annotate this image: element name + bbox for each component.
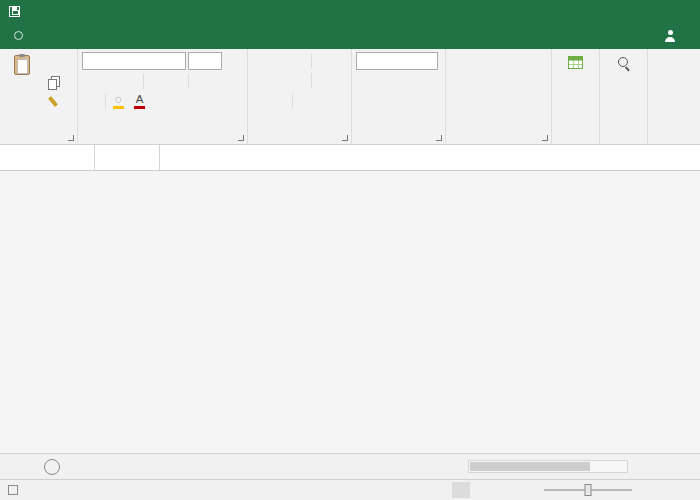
sheet-nav-left-icon[interactable]: [0, 454, 16, 479]
add-sheet-button[interactable]: [44, 459, 60, 475]
font-color-button[interactable]: A: [131, 93, 148, 110]
tell-me[interactable]: [14, 22, 28, 49]
wrap-text-button[interactable]: [316, 72, 333, 89]
font-size-select[interactable]: [188, 52, 222, 70]
grow-font-button[interactable]: [148, 73, 165, 90]
find-icon: [617, 56, 631, 70]
cancel-button[interactable]: [97, 145, 117, 170]
page-break-view-button[interactable]: [500, 482, 518, 498]
cells-icon: [568, 56, 583, 69]
clipboard-small-buttons: [44, 52, 62, 129]
window-controls: [592, 0, 700, 22]
paste-button[interactable]: [4, 52, 40, 129]
status-bar-right: [452, 482, 700, 498]
account-area: [652, 22, 700, 49]
brush-icon: [48, 96, 58, 107]
alignment-dialog-launcher-icon[interactable]: [342, 135, 348, 141]
clipboard-group: [0, 49, 78, 144]
cells-group: [552, 49, 600, 144]
cells-button[interactable]: [568, 52, 583, 129]
clipboard-dialog-launcher-icon[interactable]: [68, 135, 74, 141]
normal-view-button[interactable]: [452, 482, 470, 498]
excel-window: ◌ A: [0, 0, 700, 500]
ribbon-display-options-button[interactable]: [592, 0, 619, 22]
status-bar: [0, 479, 700, 500]
number-format-select[interactable]: [356, 52, 438, 70]
paste-icon: [14, 55, 30, 75]
comma-style-button[interactable]: [396, 73, 413, 90]
hscroll-thumb[interactable]: [470, 462, 590, 471]
number-group: [352, 49, 446, 144]
center-button[interactable]: [271, 72, 288, 89]
increase-decimal-button[interactable]: [356, 93, 373, 110]
cut-button[interactable]: [44, 56, 62, 71]
phonetic-guide-button[interactable]: [193, 73, 210, 90]
styles-group: [446, 49, 552, 144]
shrink-font-button[interactable]: [167, 73, 184, 90]
formula-bar-expand-icon[interactable]: [682, 145, 700, 170]
format-painter-button[interactable]: [44, 94, 62, 109]
font-name-select[interactable]: [82, 52, 186, 70]
styles-dialog-launcher-icon[interactable]: [542, 135, 548, 141]
font-color-icon: A: [134, 94, 145, 110]
bottom-align-button[interactable]: [290, 52, 307, 69]
copy-icon: [47, 76, 60, 89]
font-dialog-launcher-icon[interactable]: [238, 135, 244, 141]
minimize-button[interactable]: [619, 0, 646, 22]
top-align-button[interactable]: [252, 52, 269, 69]
percent-style-button[interactable]: [377, 73, 394, 90]
merge-center-button[interactable]: [297, 92, 314, 109]
sheet-grid: [0, 171, 700, 453]
borders-button[interactable]: [82, 93, 99, 110]
formula-buttons: [95, 145, 160, 170]
accounting-format-button[interactable]: [356, 73, 373, 90]
formula-bar: [0, 145, 700, 171]
title-bar: [0, 0, 700, 22]
orientation-button[interactable]: [316, 52, 333, 69]
sheet-nav-right-icon[interactable]: [16, 454, 32, 479]
save-icon[interactable]: [9, 6, 20, 17]
decrease-decimal-button[interactable]: [375, 93, 392, 110]
hscroll-area: [446, 454, 700, 479]
fill-color-icon: ◌: [113, 94, 124, 110]
close-button[interactable]: [673, 0, 700, 22]
name-box[interactable]: [0, 145, 78, 170]
lightbulb-icon: [14, 31, 23, 40]
italic-button[interactable]: [101, 73, 118, 90]
sheet-tab-bar: [0, 453, 700, 479]
decrease-indent-button[interactable]: [252, 92, 269, 109]
macro-record-icon[interactable]: [8, 485, 18, 495]
increase-indent-button[interactable]: [271, 92, 288, 109]
align-left-button[interactable]: [252, 72, 269, 89]
page-layout-view-button[interactable]: [476, 482, 494, 498]
number-dialog-launcher-icon[interactable]: [436, 135, 442, 141]
zoom-slider[interactable]: [544, 489, 632, 491]
person-icon: [664, 30, 676, 42]
editing-group: [600, 49, 648, 144]
formula-input[interactable]: [160, 145, 682, 170]
restore-button[interactable]: [646, 0, 673, 22]
enter-button[interactable]: [117, 145, 137, 170]
alignment-group: [248, 49, 352, 144]
bold-button[interactable]: [82, 73, 99, 90]
fill-color-button[interactable]: ◌: [110, 93, 127, 110]
horizontal-scrollbar[interactable]: [468, 460, 628, 473]
font-group: ◌ A: [78, 49, 248, 144]
copy-button[interactable]: [44, 75, 62, 90]
underline-button[interactable]: [120, 73, 137, 90]
ribbon-tab-row: [0, 22, 700, 49]
align-right-button[interactable]: [290, 72, 307, 89]
quick-access-toolbar: [0, 6, 53, 17]
editing-button[interactable]: [617, 52, 631, 129]
insert-function-button[interactable]: [137, 145, 157, 170]
ribbon: ◌ A: [0, 49, 700, 145]
middle-align-button[interactable]: [271, 52, 288, 69]
zoom-slider-thumb[interactable]: [585, 484, 592, 496]
name-box-caret-icon[interactable]: [78, 145, 95, 170]
